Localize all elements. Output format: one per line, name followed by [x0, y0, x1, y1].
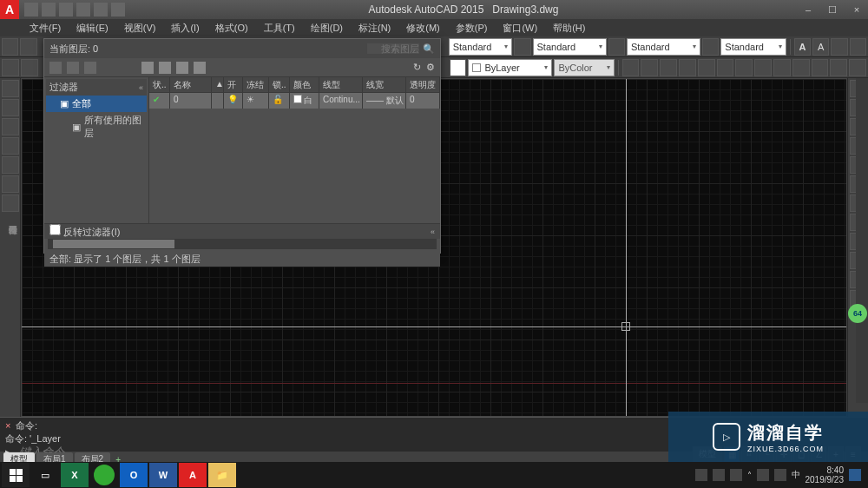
circle-icon[interactable] [2, 118, 19, 135]
dim-icon[interactable] [812, 59, 829, 76]
col-sort[interactable]: ▲ [212, 77, 224, 92]
ime-icon[interactable]: 中 [792, 469, 800, 481]
layer-state-icon[interactable] [194, 62, 206, 74]
browser-icon[interactable] [94, 465, 115, 485]
layer-grid-hscroll[interactable] [48, 239, 437, 249]
settings-icon[interactable]: ⚙ [426, 62, 435, 73]
tb-icon[interactable] [2, 59, 19, 76]
close-button[interactable]: × [845, 2, 868, 17]
col-on[interactable]: 开 [224, 77, 243, 92]
cell-lweight[interactable]: —— 默认 [363, 93, 406, 109]
invert-filter-checkbox[interactable]: 反转过滤器(I) [49, 224, 120, 239]
excel-icon[interactable]: X [61, 463, 89, 487]
menu-tools[interactable]: 工具(T) [257, 20, 302, 36]
rect-icon[interactable] [2, 156, 19, 174]
app-icon[interactable]: A [0, 0, 19, 19]
taskbar-clock[interactable]: 8:40 2019/9/23 [806, 465, 845, 485]
layer-search-input[interactable] [367, 43, 419, 54]
col-trans[interactable]: 透明度 [406, 77, 440, 92]
tb-icon[interactable] [702, 38, 719, 56]
menu-edit[interactable]: 编辑(E) [69, 20, 115, 36]
line-icon[interactable] [2, 80, 19, 97]
menu-modify[interactable]: 修改(M) [399, 20, 447, 36]
cell-color[interactable]: 白 [290, 93, 319, 109]
hatch-icon[interactable] [2, 195, 19, 212]
cmd-close-icon[interactable]: × [5, 420, 16, 431]
tb-icon[interactable] [21, 59, 38, 76]
dim-icon[interactable] [830, 59, 847, 76]
sun-icon[interactable]: ☀ [243, 93, 269, 109]
dim-icon[interactable] [792, 59, 810, 76]
col-status[interactable]: 状.. [149, 77, 170, 92]
col-freeze[interactable]: 冻结 [243, 77, 269, 92]
filter-used[interactable]: ▣所有使用的图层 [46, 112, 147, 142]
tb-icon[interactable] [514, 38, 530, 56]
tb-icon[interactable] [608, 38, 625, 56]
find-icon[interactable] [831, 38, 847, 56]
menu-help[interactable]: 帮助(H) [546, 20, 592, 36]
collapse-icon[interactable]: « [139, 83, 143, 92]
explorer-icon[interactable]: 📁 [208, 463, 236, 487]
collapse-icon[interactable]: « [431, 228, 435, 236]
arc-icon[interactable] [2, 137, 19, 155]
mlstyle-dropdown[interactable]: Standard▾ [720, 38, 786, 56]
layer-state-icon[interactable] [159, 62, 171, 74]
text-a-icon[interactable]: A [794, 38, 811, 56]
outlook-icon[interactable]: O [120, 463, 148, 487]
color-dropdown[interactable]: ByLayer▾ [468, 59, 552, 76]
col-lweight[interactable]: 线宽 [363, 77, 406, 92]
col-name[interactable]: 名称 [170, 77, 212, 92]
taskview-icon[interactable]: ▭ [31, 463, 59, 487]
tray-icon[interactable] [713, 469, 725, 481]
search-icon[interactable]: 🔍 [423, 43, 435, 55]
dimstyle-dropdown[interactable]: Standard▾ [533, 38, 607, 56]
new-layer-icon[interactable] [49, 62, 62, 74]
network-icon[interactable] [757, 469, 769, 481]
dim-icon[interactable] [735, 59, 753, 76]
dim-icon[interactable] [754, 59, 772, 76]
autocad-icon[interactable]: A [179, 463, 207, 487]
dim-icon[interactable] [773, 59, 791, 76]
menu-draw[interactable]: 绘图(D) [304, 20, 350, 36]
tray-icon[interactable] [695, 469, 707, 481]
col-color[interactable]: 颜色 [290, 77, 319, 92]
layer-row-0[interactable]: ✔ 0 💡 ☀ 🔓 白 Continu... —— 默认 0 [149, 93, 440, 109]
dim-icon[interactable] [849, 59, 866, 76]
cell-trans[interactable]: 0 [406, 93, 440, 109]
tablestyle-dropdown[interactable]: Standard▾ [627, 38, 700, 56]
cell-ltype[interactable]: Continu... [319, 93, 363, 109]
lock-open-icon[interactable]: 🔓 [269, 93, 290, 109]
cell-name[interactable]: 0 [170, 93, 212, 109]
dim-icon[interactable] [717, 59, 734, 76]
qat-open-icon[interactable] [42, 3, 56, 16]
word-icon[interactable]: W [149, 463, 177, 487]
volume-icon[interactable] [774, 469, 786, 481]
qat-undo-icon[interactable] [76, 3, 90, 16]
ellipse-icon[interactable] [2, 175, 19, 193]
pline-icon[interactable] [2, 99, 19, 116]
qat-save-icon[interactable] [59, 3, 73, 16]
col-lock[interactable]: 锁.. [269, 77, 290, 92]
start-button[interactable] [2, 463, 30, 487]
maximize-button[interactable]: ☐ [821, 2, 844, 17]
tb-icon[interactable] [2, 38, 18, 56]
dim-icon[interactable] [698, 59, 715, 76]
color-swatch-icon[interactable] [450, 59, 467, 76]
refresh-icon[interactable]: ↻ [413, 62, 421, 73]
bycolor-dropdown[interactable]: ByColor▾ [554, 59, 614, 76]
notif-icon[interactable] [849, 469, 861, 481]
tray-icon[interactable] [730, 469, 742, 481]
qat-redo-icon[interactable] [94, 3, 108, 16]
menu-format[interactable]: 格式(O) [208, 20, 255, 36]
tb-icon[interactable] [20, 38, 36, 56]
delete-layer-icon[interactable] [84, 62, 96, 74]
menu-param[interactable]: 参数(P) [449, 20, 495, 36]
menu-file[interactable]: 文件(F) [23, 20, 68, 36]
dim-icon[interactable] [679, 59, 696, 76]
textstyle-dropdown[interactable]: Standard▾ [449, 38, 513, 56]
text-a-icon[interactable]: A [812, 38, 829, 56]
dim-icon[interactable] [641, 59, 658, 76]
col-ltype[interactable]: 线型 [319, 77, 363, 92]
filter-header[interactable]: 过滤器« [46, 79, 147, 96]
tray-up-icon[interactable]: ˄ [747, 471, 752, 480]
